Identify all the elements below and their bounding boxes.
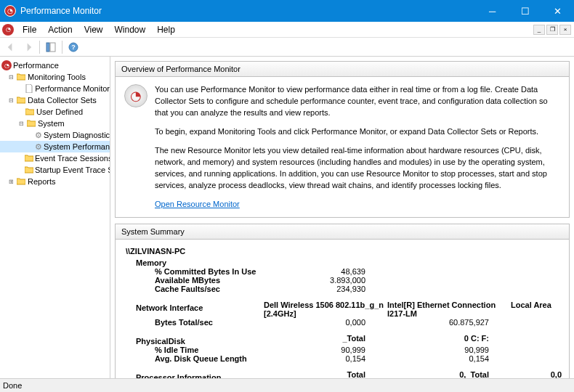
folder-icon <box>16 95 26 105</box>
menubar: ◔ File Action View Window Help _ ❐ × <box>0 22 574 38</box>
tree-label: Performance <box>13 61 59 70</box>
folder-icon <box>16 176 26 187</box>
metric-value: 0,000 <box>293 318 387 327</box>
folder-icon <box>25 153 33 163</box>
tree-label: Monitoring Tools <box>28 73 86 81</box>
tree-label: Event Trace Sessions <box>35 154 110 163</box>
status-bar: Done <box>0 378 574 392</box>
tree-label: Reports <box>28 177 56 186</box>
forward-button <box>20 39 36 55</box>
mdi-restore-button[interactable]: ❐ <box>546 25 558 35</box>
tree-system-performance[interactable]: ⚙System Performance <box>0 141 110 152</box>
column-header: Local Area <box>511 301 569 318</box>
expander-icon[interactable]: ⊟ <box>17 120 25 128</box>
minimize-button[interactable]: ─ <box>476 0 509 22</box>
menu-file[interactable]: File <box>17 23 42 36</box>
column-header: _Total <box>293 370 387 378</box>
processor-category: Processor Information <box>136 373 293 378</box>
tree-label: Performance Monitor <box>35 84 110 93</box>
svg-rect-1 <box>50 43 55 52</box>
mdi-minimize-button[interactable]: _ <box>533 25 545 35</box>
metric-value: 0,154 <box>387 354 511 363</box>
gear-icon: ⚙ <box>35 130 42 140</box>
status-text: Done <box>3 381 22 390</box>
overview-text-1: You can use Performance Monitor to view … <box>155 84 560 119</box>
tree-startup-event-trace-sessions[interactable]: Startup Event Trace Sessions <box>0 164 110 176</box>
metric-value: 3.893,000 <box>293 276 387 285</box>
open-resource-monitor-link[interactable]: Open Resource Monitor <box>155 199 240 211</box>
show-hide-tree-button[interactable] <box>43 39 59 55</box>
tree-user-defined[interactable]: User Defined <box>0 106 110 118</box>
memory-category: Memory <box>136 258 559 267</box>
column-header: _Total <box>293 334 387 346</box>
tree-system-diagnostics[interactable]: ⚙System Diagnostics <box>0 129 110 141</box>
menu-help[interactable]: Help <box>151 23 181 36</box>
tree-reports[interactable]: ⊞Reports <box>0 176 110 187</box>
toolbar: ? <box>0 38 574 57</box>
content-pane[interactable]: Overview of Performance Monitor ◔ You ca… <box>110 57 574 378</box>
tree-label: System Diagnostics <box>44 131 110 139</box>
metric-value: 90,999 <box>293 346 387 354</box>
metric-value: 60.875,927 <box>387 318 511 327</box>
expander-icon[interactable]: ⊞ <box>7 178 15 186</box>
menu-window[interactable]: Window <box>109 23 152 36</box>
mdi-close-button[interactable]: × <box>559 25 571 35</box>
navigation-tree[interactable]: ◔Performance ⊟Monitoring Tools Performan… <box>0 57 110 378</box>
tree-label: Data Collector Sets <box>28 96 97 105</box>
tree-data-collector-sets[interactable]: ⊟Data Collector Sets <box>0 94 110 106</box>
menu-view[interactable]: View <box>78 23 109 36</box>
overview-panel: Overview of Performance Monitor ◔ You ca… <box>115 61 570 218</box>
disk-category: PhysicalDisk <box>136 337 293 346</box>
metric-value: 234,930 <box>293 285 387 293</box>
metric-label: % Idle Time <box>126 346 293 354</box>
metric-value: 90,999 <box>387 346 511 354</box>
svg-text:?: ? <box>71 44 76 51</box>
menu-action[interactable]: Action <box>42 23 78 36</box>
tree-system[interactable]: ⊟System <box>0 118 110 129</box>
column-header: Dell Wireless 1506 802.11b_g_n [2.4GHz] <box>264 301 387 318</box>
tree-label: System <box>38 119 65 128</box>
system-summary-panel: System Summary \\ZILVINASN-PC Memory % C… <box>115 224 570 378</box>
titlebar: ◔ Performance Monitor ─ ☐ ✕ <box>0 0 574 22</box>
tree-monitoring-tools[interactable]: ⊟Monitoring Tools <box>0 71 110 83</box>
computer-name: \\ZILVINASN-PC <box>126 247 559 256</box>
svg-rect-0 <box>47 43 49 52</box>
overview-title: Overview of Performance Monitor <box>116 62 569 77</box>
tree-event-trace-sessions[interactable]: Event Trace Sessions <box>0 152 110 164</box>
performance-icon: ◔ <box>1 60 12 70</box>
metric-label: Cache Faults/sec <box>126 285 293 293</box>
metric-label: Bytes Total/sec <box>126 318 293 327</box>
system-summary-title: System Summary <box>116 224 569 240</box>
metric-label: % Committed Bytes In Use <box>126 267 293 276</box>
window-title: Performance Monitor <box>20 6 102 16</box>
gear-icon: ⚙ <box>35 142 42 152</box>
page-icon <box>25 83 33 94</box>
column-header: Intel[R] Ethernet Connection I217-LM <box>387 301 511 318</box>
metric-label: Available MBytes <box>126 276 293 285</box>
folder-icon <box>25 107 35 117</box>
help-button[interactable]: ? <box>65 39 81 55</box>
back-button <box>3 39 19 55</box>
expander-icon[interactable]: ⊟ <box>7 73 15 81</box>
system-summary-body[interactable]: \\ZILVINASN-PC Memory % Committed Bytes … <box>116 240 569 378</box>
app-icon-small: ◔ <box>2 24 14 36</box>
metric-value: 48,639 <box>293 267 387 276</box>
tree-label: User Defined <box>36 107 83 116</box>
overview-text-3: The new Resource Monitor lets you view d… <box>155 145 560 192</box>
expander-icon[interactable]: ⊟ <box>7 97 15 105</box>
column-header: 0,0 <box>511 370 569 378</box>
tree-label: System Performance <box>44 142 110 151</box>
tree-performance[interactable]: ◔Performance <box>0 60 110 71</box>
folder-icon <box>25 165 33 175</box>
tree-label: Startup Event Trace Sessions <box>35 166 110 174</box>
app-icon: ◔ <box>4 5 16 17</box>
close-button[interactable]: ✕ <box>541 0 574 22</box>
overview-text-2: To begin, expand Monitoring Tools and cl… <box>155 126 560 138</box>
metric-label: Avg. Disk Queue Length <box>126 354 293 363</box>
tree-performance-monitor[interactable]: Performance Monitor <box>0 83 110 94</box>
metric-value: 0,154 <box>293 354 387 363</box>
maximize-button[interactable]: ☐ <box>509 0 541 22</box>
column-header: 0 C: F: <box>387 334 511 346</box>
column-header: 0,_Total <box>387 370 511 378</box>
overview-icon: ◔ <box>124 84 147 107</box>
